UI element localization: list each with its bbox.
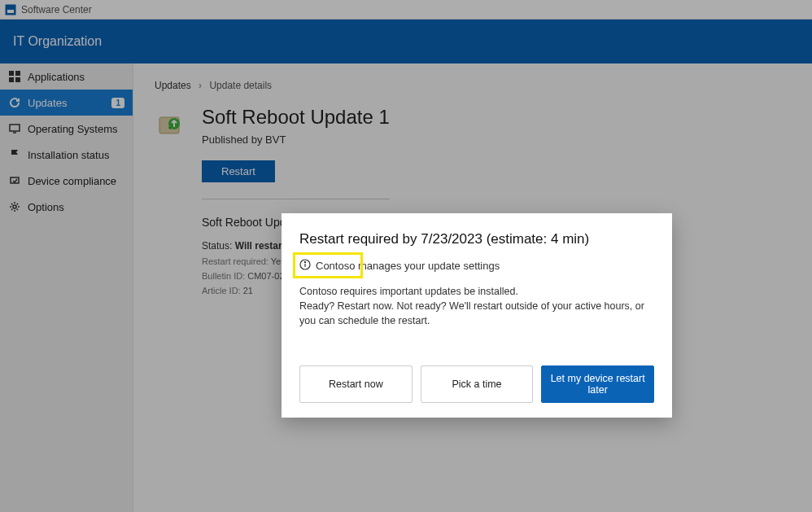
dialog-body: Contoso requires important updates be in… (299, 284, 654, 328)
svg-point-14 (304, 261, 305, 262)
dialog-title: Restart required by 7/23/2023 (estimate:… (299, 231, 654, 247)
managed-by-text: Contoso manages your update settings (316, 260, 500, 272)
info-icon (299, 259, 311, 273)
restart-required-dialog: Restart required by 7/23/2023 (estimate:… (282, 213, 672, 418)
dialog-actions: Restart now Pick a time Let my device re… (299, 365, 654, 403)
dialog-body-line2: Ready? Restart now. Not ready? We'll res… (299, 299, 654, 328)
restart-now-button[interactable]: Restart now (299, 365, 413, 403)
restart-later-button[interactable]: Let my device restart later (541, 365, 654, 403)
dialog-body-line1: Contoso requires important updates be in… (299, 284, 654, 299)
pick-a-time-button[interactable]: Pick a time (421, 365, 534, 403)
managed-by-row: Contoso manages your update settings (299, 256, 654, 276)
